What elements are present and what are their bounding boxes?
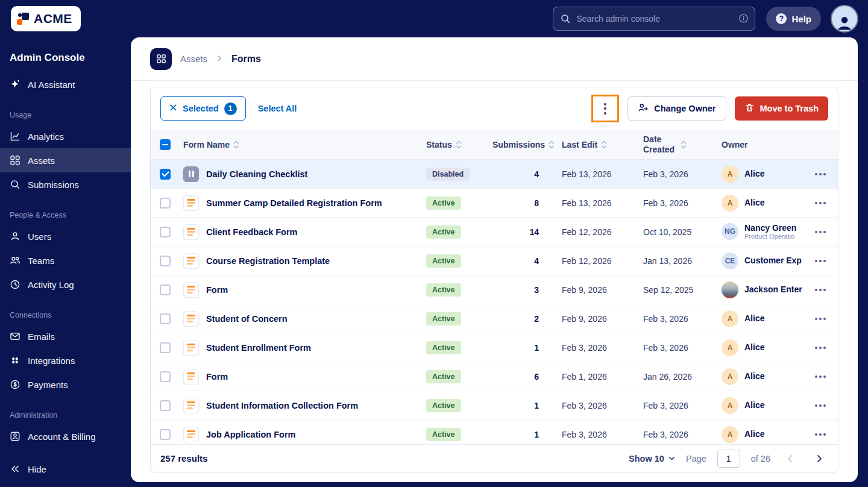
move-to-trash-button[interactable]: Move to Trash xyxy=(735,96,829,121)
table-row[interactable]: Student of Concern Active 2 Feb 9, 2026 … xyxy=(151,304,838,333)
sidebar-item-account-billing[interactable]: Account & Billing xyxy=(0,424,131,448)
row-more-button[interactable] xyxy=(810,371,831,383)
last-edit-value: Feb 1, 2026 xyxy=(558,372,640,382)
row-checkbox[interactable] xyxy=(160,227,171,237)
status-badge: Active xyxy=(426,283,461,297)
row-checkbox[interactable] xyxy=(160,284,171,295)
help-button[interactable]: ? Help xyxy=(766,7,821,31)
last-edit-value: Feb 3, 2026 xyxy=(558,401,640,410)
sidebar-item-submissions[interactable]: Submissions xyxy=(0,172,131,196)
row-more-button[interactable] xyxy=(810,400,831,412)
sidebar-item-integrations[interactable]: Integrations xyxy=(0,348,131,372)
table-row[interactable]: Form Active 6 Feb 1, 2026 Jan 26, 2026 A… xyxy=(151,362,838,391)
sidebar-item-emails[interactable]: Emails xyxy=(0,324,131,348)
select-all-link[interactable]: Select All xyxy=(258,104,297,113)
form-name[interactable]: Course Registration Template xyxy=(206,256,330,266)
sidebar-item-users[interactable]: Users xyxy=(0,224,131,248)
date-created-value: Jan 26, 2026 xyxy=(640,372,718,382)
row-checkbox[interactable] xyxy=(160,429,171,440)
search-input[interactable] xyxy=(553,7,755,31)
breadcrumb-assets-link[interactable]: Assets xyxy=(180,54,207,64)
form-icon xyxy=(183,195,199,211)
user-avatar[interactable] xyxy=(832,6,857,31)
breadcrumb-current: Forms xyxy=(231,54,261,64)
hide-button[interactable]: Hide xyxy=(0,457,131,481)
form-name[interactable]: Form xyxy=(206,285,228,295)
column-header-status[interactable]: Status xyxy=(423,140,489,149)
form-name[interactable]: Student Enrollment Form xyxy=(206,343,311,353)
sidebar-nav: UsageAnalyticsAssetsSubmissionsPeople & … xyxy=(0,96,131,448)
help-label: Help xyxy=(791,14,811,24)
column-header-name[interactable]: Form Name xyxy=(180,140,423,149)
form-name[interactable]: Daily Cleaning Checklist xyxy=(206,169,307,179)
form-name[interactable]: Student of Concern xyxy=(206,314,288,324)
row-checkbox[interactable] xyxy=(160,169,171,180)
sort-icon xyxy=(681,140,687,149)
form-icon xyxy=(183,398,199,413)
table-footer: 257 results Show 10 Page of 26 xyxy=(151,444,838,472)
status-badge: Active xyxy=(426,225,461,239)
form-name[interactable]: Form xyxy=(206,372,228,382)
annotation-highlight xyxy=(591,95,619,122)
table-row[interactable]: Form Active 3 Feb 9, 2026 Sep 12, 2025 J… xyxy=(151,275,838,304)
row-more-button[interactable] xyxy=(810,226,831,238)
row-more-button[interactable] xyxy=(810,168,831,180)
brand-logo[interactable]: ACME xyxy=(11,6,81,31)
search-bar[interactable] xyxy=(553,7,755,31)
submissions-value: 1 xyxy=(489,401,558,410)
row-checkbox[interactable] xyxy=(160,256,171,266)
row-more-button[interactable] xyxy=(810,313,831,325)
sidebar-item-assets[interactable]: Assets xyxy=(0,148,131,172)
column-header-last_edit[interactable]: Last Edit xyxy=(558,140,640,149)
select-all-checkbox[interactable] xyxy=(160,139,171,150)
table-row[interactable]: Student Enrollment Form Active 1 Feb 3, … xyxy=(151,333,838,362)
activity-icon xyxy=(10,279,20,290)
info-icon[interactable] xyxy=(738,13,749,26)
table-row[interactable]: Course Registration Template Active 4 Fe… xyxy=(151,247,838,275)
sort-icon xyxy=(456,140,462,149)
table-row[interactable]: Job Application Form Active 1 Feb 3, 202… xyxy=(151,420,838,444)
row-more-button[interactable] xyxy=(810,342,831,354)
owner-avatar: A xyxy=(722,426,738,443)
sidebar-item-ai-assistant[interactable]: AI Assistant xyxy=(0,72,131,96)
selected-button[interactable]: Selected 1 xyxy=(160,96,246,121)
row-more-button[interactable] xyxy=(810,255,831,267)
next-page-button[interactable] xyxy=(810,450,828,468)
page-input[interactable] xyxy=(717,450,740,468)
row-checkbox[interactable] xyxy=(160,313,171,324)
table-row[interactable]: Summer Camp Detailed Registration Form A… xyxy=(151,189,838,218)
integrations-icon xyxy=(10,355,20,366)
last-edit-value: Feb 12, 2026 xyxy=(558,227,640,237)
user-icon xyxy=(10,231,20,242)
row-checkbox[interactable] xyxy=(160,198,171,209)
sidebar-item-teams[interactable]: Teams xyxy=(0,248,131,272)
row-more-button[interactable] xyxy=(810,284,831,296)
column-header-submissions[interactable]: Submissions xyxy=(489,140,558,149)
table-row[interactable]: Student Information Collection Form Acti… xyxy=(151,391,838,420)
row-checkbox[interactable] xyxy=(160,342,171,353)
prev-page-button[interactable] xyxy=(781,450,799,468)
table-row[interactable]: Client Feedback Form Active 14 Feb 12, 2… xyxy=(151,218,838,247)
row-checkbox[interactable] xyxy=(160,400,171,411)
change-owner-button[interactable]: Change Owner xyxy=(627,96,726,121)
more-actions-button[interactable] xyxy=(594,97,617,120)
sidebar-item-label: Payments xyxy=(28,380,68,390)
sidebar-item-activity-log[interactable]: Activity Log xyxy=(0,272,131,297)
form-name[interactable]: Summer Camp Detailed Registration Form xyxy=(206,198,382,208)
sidebar-item-label: Teams xyxy=(28,256,54,266)
payments-icon xyxy=(10,379,20,390)
row-more-button[interactable] xyxy=(810,197,831,209)
selected-label: Selected xyxy=(183,104,219,113)
sidebar-item-analytics[interactable]: Analytics xyxy=(0,124,131,148)
row-checkbox[interactable] xyxy=(160,371,171,382)
status-badge: Active xyxy=(426,428,461,441)
form-name[interactable]: Job Application Form xyxy=(206,430,296,439)
table-row[interactable]: Daily Cleaning Checklist Disabled 4 Feb … xyxy=(151,160,838,189)
row-more-button[interactable] xyxy=(810,429,831,441)
last-edit-value: Feb 9, 2026 xyxy=(558,314,640,324)
page-size-select[interactable]: Show 10 xyxy=(629,454,675,463)
form-name[interactable]: Student Information Collection Form xyxy=(206,401,358,410)
sidebar-item-payments[interactable]: Payments xyxy=(0,372,131,397)
column-header-date_created[interactable]: Date Created xyxy=(640,134,718,154)
form-name[interactable]: Client Feedback Form xyxy=(206,227,297,237)
